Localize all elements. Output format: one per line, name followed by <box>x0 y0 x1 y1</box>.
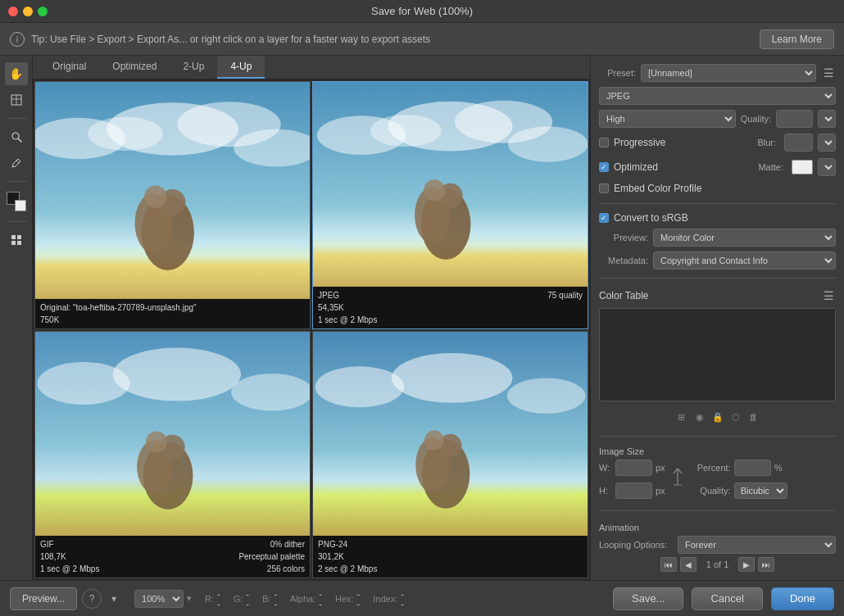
width-label: W: <box>599 463 612 473</box>
quality-input[interactable]: 75 <box>776 110 813 128</box>
matte-color[interactable] <box>792 160 813 174</box>
divider-1 <box>599 203 836 204</box>
matte-stepper[interactable]: ▾ <box>818 158 836 176</box>
tab-4up[interactable]: 4-Up <box>217 56 265 79</box>
svg-line-4 <box>18 139 21 143</box>
image-size-title: Image Size <box>599 446 836 456</box>
optimized-checkbox[interactable] <box>599 162 609 172</box>
panel-original[interactable]: Original: "toa-heftiba-270789-unsplash.j… <box>34 81 311 329</box>
animation-title: Animation <box>599 523 836 532</box>
convert-srgb-checkbox[interactable] <box>599 213 609 223</box>
panel-jpeg-size: 54,35K <box>318 301 583 314</box>
status-left: Preview... ? ▾ <box>10 587 121 610</box>
panel-gif-palette: Perceptual palette <box>238 550 305 563</box>
hex-value: -- <box>357 589 361 609</box>
preview-button[interactable]: Preview... <box>10 587 77 610</box>
blur-input[interactable]: 0 <box>784 134 813 152</box>
maximize-button[interactable] <box>38 7 48 16</box>
zoom-select[interactable]: 100% <box>134 590 184 608</box>
preset-options-button[interactable]: ☰ <box>821 66 836 80</box>
svg-point-37 <box>146 431 167 452</box>
ct-lock-button[interactable]: 🔒 <box>710 410 725 424</box>
save-button[interactable]: Save... <box>613 587 683 610</box>
resample-row: Quality: Bicubic <box>690 482 787 499</box>
embed-color-checkbox[interactable] <box>599 183 609 193</box>
panel-gif-time: 1 sec @ 2 Mbps <box>40 564 99 573</box>
four-up-grid: Original: "toa-heftiba-270789-unsplash.j… <box>33 79 590 580</box>
hand-tool[interactable]: ✋ <box>5 62 28 85</box>
tab-original[interactable]: Original <box>39 56 99 79</box>
metadata-select[interactable]: Copyright and Contact Info <box>653 251 836 270</box>
background-color[interactable] <box>15 200 26 211</box>
learn-more-button[interactable]: Learn More <box>760 29 834 49</box>
quality-label: Quality: <box>741 114 771 124</box>
preset-label: Preset: <box>599 68 636 78</box>
panel-jpeg-format: JPEG <box>318 291 339 300</box>
preview-image-gif <box>35 332 310 537</box>
slice-tool[interactable] <box>5 88 28 111</box>
link-proportions-icon <box>672 467 683 491</box>
help-button[interactable]: ? <box>82 589 102 609</box>
divider-3 <box>599 436 836 437</box>
panel-jpeg[interactable]: JPEG 75 quality 54,35K 1 sec @ 2 Mbps <box>312 81 588 329</box>
preview-row: Preview: Monitor Color <box>599 229 836 247</box>
anim-page-info: 1 of 1 <box>706 559 729 569</box>
panel-png24[interactable]: PNG-24 301,2K 2 sec @ 2 Mbps <box>312 331 588 579</box>
percent-row: Percent: 100 % <box>690 460 787 476</box>
anim-prev-button[interactable]: ◀ <box>680 557 697 572</box>
blur-stepper[interactable]: ▾ <box>818 134 836 152</box>
tab-optimized[interactable]: Optimized <box>99 56 170 79</box>
anim-next-button[interactable]: ▶ <box>738 557 755 572</box>
view-toggle[interactable] <box>5 229 28 251</box>
panel-original-filename: Original: "toa-heftiba-270789-unsplash.j… <box>40 301 305 314</box>
progressive-checkbox[interactable] <box>599 138 609 147</box>
minimize-button[interactable] <box>23 7 33 16</box>
svg-point-32 <box>113 347 241 401</box>
ct-map-button[interactable]: ⊞ <box>674 410 689 424</box>
ct-delete-button[interactable]: 🗑 <box>746 410 761 424</box>
window-controls[interactable] <box>8 7 48 16</box>
width-input[interactable]: 640 <box>615 460 652 476</box>
ct-add-button[interactable]: ◉ <box>692 410 707 424</box>
quality-level-select[interactable]: High <box>599 110 736 128</box>
panel-png24-info: PNG-24 301,2K 2 sec @ 2 Mbps <box>313 536 588 578</box>
color-swatches[interactable] <box>7 192 26 211</box>
panel-gif[interactable]: GIF 0% dither 108,7K Perceptual palette … <box>34 331 311 579</box>
format-select[interactable]: JPEG <box>599 87 836 105</box>
anim-first-button[interactable]: ⏮ <box>660 557 677 572</box>
canvas-area: Original Optimized 2-Up 4-Up <box>33 56 590 580</box>
percent-input[interactable]: 100 <box>734 460 771 476</box>
height-input[interactable]: 400 <box>615 482 652 499</box>
main-layout: ✋ <box>0 56 844 580</box>
zoom-tool[interactable] <box>5 125 28 148</box>
optimized-label: Optimized <box>614 161 658 173</box>
ct-shift-button[interactable]: ⬡ <box>728 410 743 424</box>
svg-point-15 <box>177 102 281 147</box>
looping-select[interactable]: Forever <box>678 536 836 554</box>
color-table-options-button[interactable]: ☰ <box>821 288 836 303</box>
preset-select[interactable]: [Unnamed] <box>641 64 816 82</box>
svg-rect-7 <box>17 235 21 239</box>
quality-stepper[interactable]: ▾ <box>818 110 836 128</box>
done-button[interactable]: Done <box>771 587 834 610</box>
status-info: R: -- G: -- B: -- Alpha: -- Hex: -- Inde… <box>205 589 404 609</box>
color-table-toolbar: ⊞ ◉ 🔒 ⬡ 🗑 <box>599 406 836 428</box>
panel-gif-format: GIF <box>40 540 54 549</box>
preview-select[interactable]: Monitor Color <box>653 229 836 247</box>
info-dropdown[interactable]: ▾ <box>107 591 121 606</box>
panel-png24-format: PNG-24 <box>318 538 583 550</box>
close-button[interactable] <box>8 7 18 16</box>
panel-gif-info: GIF 0% dither 108,7K Perceptual palette … <box>35 536 310 578</box>
animation-controls: ⏮ ◀ 1 of 1 ▶ ⏭ <box>599 557 836 572</box>
blur-label: Blur: <box>757 138 776 147</box>
svg-point-3 <box>12 133 19 139</box>
eyedropper-tool[interactable] <box>5 152 28 174</box>
tab-2up[interactable]: 2-Up <box>170 56 217 79</box>
anim-last-button[interactable]: ⏭ <box>758 557 774 572</box>
cancel-button[interactable]: Cancel <box>692 587 762 610</box>
resample-select[interactable]: Bicubic <box>734 482 787 499</box>
status-b: B: -- <box>262 589 277 609</box>
alpha-value: -- <box>319 589 322 609</box>
bottom-buttons: Save... Cancel Done <box>613 587 834 610</box>
b-label: B: <box>262 594 270 604</box>
